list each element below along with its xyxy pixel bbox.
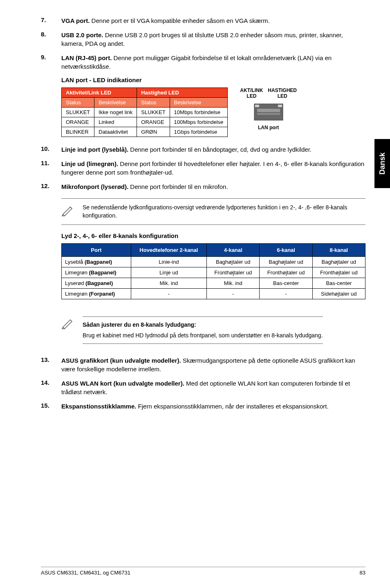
lan-led: LED	[247, 93, 256, 99]
item-number: 15.	[41, 402, 61, 411]
audio-h5: 8-kanal	[312, 244, 365, 257]
led-h1: Status	[62, 98, 94, 108]
audio-cell: -	[207, 289, 260, 299]
led-cell: Dataaktivitet	[94, 127, 137, 137]
audio-table: Port Hovedtelefoner 2-kanal 4-kanal 6-ka…	[61, 243, 365, 299]
item-9: 9. LAN (RJ-45) port. Denne port muliggør…	[41, 54, 365, 71]
item-14: 14. ASUS WLAN kort (kun udvalgte modelle…	[41, 379, 365, 396]
item-11: 11. Linje ud (limegrøn). Denne port forb…	[41, 159, 365, 177]
audio-cell: Lyserød (Bagpanel)	[62, 278, 131, 289]
led-h4: Beskrivelse	[170, 98, 228, 108]
audio-cell: Bas-center	[312, 278, 365, 289]
audio-cell: Limegrøn (Bagpanel)	[62, 267, 131, 278]
lan-l1: AKT/LINK	[240, 88, 263, 93]
item-text: Denne port forbinder til en mikrofon.	[128, 183, 228, 190]
audio-cell: Baghøjtaler ud	[207, 257, 260, 267]
footer-right: 83	[360, 570, 365, 576]
audio-cell: Mik. ind	[207, 278, 260, 289]
lan-port-icon	[252, 101, 285, 123]
audio-cell: Baghøjtaler ud	[312, 257, 365, 267]
audio-cell: Bas-center	[260, 278, 312, 289]
note2-text: Brug et kabinet med HD lydmodul på dets …	[83, 332, 323, 340]
audio-cell: Fronthøjtaler ud	[260, 267, 312, 278]
item-number: 9.	[41, 54, 61, 71]
audio-h2: Hovedtelefoner 2-kanal	[131, 244, 206, 257]
item-13: 13. ASUS grafikkort (kun udvalgte modell…	[41, 356, 365, 373]
lan-led: LED	[278, 93, 287, 99]
led-cell: ORANGE	[62, 117, 94, 127]
led-h3: Status	[137, 98, 170, 108]
item-number: 14.	[41, 379, 61, 396]
led-cell: SLUKKET	[62, 108, 94, 117]
lan-diagram: AKT/LINKLED HASTIGHEDLED LAN port	[240, 88, 297, 130]
item-15: 15. Ekspanstionsstikklamme. Fjern ekspan…	[41, 402, 365, 411]
item-text: Denne port forbinder til en båndoptager,…	[128, 146, 312, 153]
item-title: ASUS grafikkort (kun udvalgte modeller).	[61, 357, 181, 364]
audio-cell: Fronthøjtaler ud	[207, 267, 260, 278]
led-table: Aktivitet/Link LEDHastighed LED StatusBe…	[61, 88, 228, 137]
led-cell: GRØN	[137, 127, 170, 137]
led-cell: 100Mbps forbindelse	[170, 117, 228, 127]
item-7: 7. VGA port. Denne port er til VGA kompa…	[41, 16, 365, 25]
audio-cell: Limegrøn (Forpanel)	[62, 289, 131, 299]
audio-h1: Port	[62, 244, 131, 257]
item-title: Mikrofonport (lyserød).	[61, 183, 128, 190]
item-number: 7.	[41, 16, 61, 25]
item-number: 8.	[41, 31, 61, 48]
led-cell: SLUKKET	[137, 108, 170, 117]
led-cell: 1Gbps forbindelse	[170, 127, 228, 137]
audio-heading: Lyd 2-, 4-, 6- eller 8-kanals konfigurat…	[61, 232, 365, 239]
item-title: LAN (RJ-45) port.	[61, 54, 112, 61]
svg-rect-1	[255, 105, 259, 107]
led-group1: Aktivitet/Link LED	[62, 88, 137, 98]
audio-cell: Linie-ind	[131, 257, 206, 267]
audio-cell: Sidehøjtaler ud	[312, 289, 365, 299]
led-group2: Hastighed LED	[137, 88, 228, 98]
item-number: 13.	[41, 356, 61, 373]
item-title: VGA port.	[61, 17, 90, 24]
item-title: Ekspanstionsstikklamme.	[61, 403, 136, 410]
led-heading: LAN port - LED indikationer	[61, 76, 365, 83]
audio-h4: 6-kanal	[260, 244, 312, 257]
lan-l2: HASTIGHED	[268, 88, 297, 93]
svg-rect-4	[257, 113, 280, 115]
led-h2: Beskrivelse	[94, 98, 137, 108]
item-title: USB 2.0 porte.	[61, 31, 103, 38]
audio-cell: Mik. ind	[131, 278, 206, 289]
lan-port-label: LAN port	[240, 125, 297, 130]
led-cell: 10Mbps forbindelse	[170, 108, 228, 117]
item-text: Denne port er til VGA kompatible enheder…	[90, 17, 269, 24]
pencil-icon	[61, 316, 74, 330]
item-title: Linje ud (limegrøn).	[61, 160, 118, 167]
item-title: Linje ind port (lyseblå).	[61, 146, 128, 153]
item-number: 10.	[41, 145, 61, 154]
audio-cell: Lyseblå (Bagpanel)	[62, 257, 131, 267]
audio-cell: -	[131, 289, 206, 299]
led-cell: BLINKER	[62, 127, 94, 137]
audio-cell: Baghøjtaler ud	[260, 257, 312, 267]
note-block: Se nedenstående lydkonfigurations-oversi…	[61, 198, 365, 225]
audio-h3: 4-kanal	[207, 244, 260, 257]
item-10: 10. Linje ind port (lyseblå). Denne port…	[41, 145, 365, 154]
svg-rect-3	[257, 109, 280, 112]
led-cell: Ikke noget link	[94, 108, 137, 117]
pencil-icon	[61, 204, 74, 217]
audio-cell: Fronthøjtaler ud	[312, 267, 365, 278]
item-text: Fjern ekspansionsstikklammen, når der in…	[136, 403, 328, 410]
footer-left: ASUS CM6331, CM6431, og CM6731	[41, 570, 130, 576]
item-12: 12. Mikrofonport (lyserød). Denne port f…	[41, 182, 365, 191]
item-8: 8. USB 2.0 porte. Denne USB 2.0 port bru…	[41, 31, 365, 48]
svg-rect-2	[278, 105, 282, 107]
item-title: ASUS WLAN kort (kun udvalgte modeller).	[61, 380, 184, 387]
note-text: Se nedenstående lydkonfigurations-oversi…	[83, 204, 365, 220]
led-cell: ORANGE	[137, 117, 170, 127]
led-cell: Linked	[94, 117, 137, 127]
item-number: 11.	[41, 159, 61, 177]
item-number: 12.	[41, 182, 61, 191]
note-block: Sådan justerer du en 8-kanals lydudgang:…	[61, 312, 365, 349]
item-text: Denne USB 2.0 port bruges til at tilslut…	[61, 31, 343, 47]
note2-title: Sådan justerer du en 8-kanals lydudgang:	[83, 321, 196, 328]
page-footer: ASUS CM6331, CM6431, og CM6731 83	[41, 567, 365, 576]
audio-cell: Linje ud	[131, 267, 206, 278]
audio-cell: -	[260, 289, 312, 299]
